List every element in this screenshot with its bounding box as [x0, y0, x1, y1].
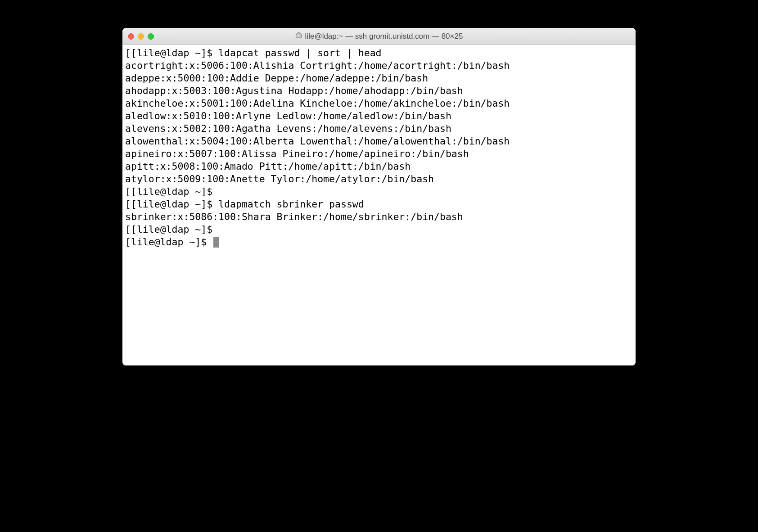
traffic-lights	[128, 33, 154, 40]
terminal-line: [[lile@ldap ~]$ ldapcat passwd | sort | …	[125, 47, 633, 59]
window-title-group: lile@ldap:~ — ssh gromit.unistd.com — 80…	[295, 32, 463, 41]
terminal-output: ahodapp:x:5003:100:Agustina Hodapp:/home…	[125, 85, 633, 97]
terminal-output: akincheloe:x:5001:100:Adelina Kincheloe:…	[125, 97, 633, 110]
terminal-output: apineiro:x:5007:100:Alissa Pineiro:/home…	[125, 148, 633, 160]
terminal-output: alevens:x:5002:100:Agatha Levens:/home/a…	[125, 122, 633, 135]
terminal-output: apitt:x:5008:100:Amado Pitt:/home/apitt:…	[125, 160, 633, 173]
terminal-output: aledlow:x:5010:100:Arlyne Ledlow:/home/a…	[125, 110, 633, 122]
window-title: lile@ldap:~ — ssh gromit.unistd.com — 80…	[305, 32, 463, 41]
terminal-line: [[lile@ldap ~]$ ldapmatch sbrinker passw…	[125, 198, 633, 211]
terminal-body[interactable]: [[lile@ldap ~]$ ldapcat passwd | sort | …	[122, 45, 636, 365]
cursor	[213, 237, 219, 248]
close-button[interactable]	[128, 33, 134, 40]
terminal-window: lile@ldap:~ — ssh gromit.unistd.com — 80…	[122, 28, 636, 365]
maximize-button[interactable]	[148, 33, 154, 40]
home-icon	[295, 32, 302, 41]
terminal-line: [[lile@ldap ~]$	[125, 223, 633, 236]
terminal-line: [[lile@ldap ~]$	[125, 185, 633, 198]
terminal-output: sbrinker:x:5086:100:Shara Brinker:/home/…	[125, 211, 633, 223]
terminal-output: alowenthal:x:5004:100:Alberta Lowenthal:…	[125, 135, 633, 148]
minimize-button[interactable]	[138, 33, 144, 40]
window-titlebar[interactable]: lile@ldap:~ — ssh gromit.unistd.com — 80…	[122, 28, 636, 45]
terminal-output: adeppe:x:5000:100:Addie Deppe:/home/adep…	[125, 72, 633, 85]
terminal-output: acortright:x:5006:100:Alishia Cortright:…	[125, 59, 633, 72]
terminal-output: atylor:x:5009:100:Anette Tylor:/home/aty…	[125, 173, 633, 185]
terminal-line: [lile@ldap ~]$	[125, 236, 633, 248]
